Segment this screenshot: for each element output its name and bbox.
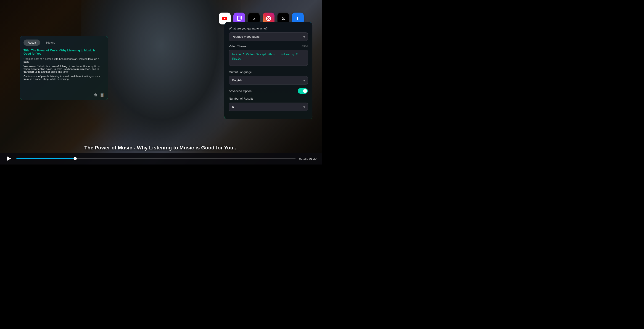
result-tab-row: Result History [24,40,104,46]
result-paragraph-1: Opening shot of a person with headphones… [24,58,104,63]
number-of-results-label: Number of Results [229,97,308,100]
tab-history[interactable]: History [42,40,60,46]
subtitle-bar: The Power of Music - Why Listening to Mu… [0,145,322,151]
content-type-select-wrapper: Youtube Video Ideas Video Script Blog Po… [229,33,308,41]
result-panel: Result History Title: The Power of Music… [20,36,108,100]
right-form-panel: What are you ganna to write? Youtube Vid… [224,22,313,120]
voiceover-label: Voiceover: [24,65,37,68]
output-language-label: Output Language [229,70,308,74]
progress-thumb[interactable] [74,157,77,160]
delete-button[interactable]: 🗑 [94,93,98,97]
advanced-option-label: Advanced Option [229,89,252,93]
copy-button[interactable]: 📋 [100,93,104,97]
progress-fill [16,158,75,159]
svg-point-1 [268,18,270,20]
language-select-wrapper: English Spanish French German [229,76,308,85]
panel-action-buttons: 🗑 📋 [94,93,104,97]
char-count: 0/200 [302,45,308,48]
result-paragraph-3: Cut to shots of people listening to musi… [24,75,104,80]
play-button[interactable] [6,155,13,162]
result-voiceover: Voiceover: "Music is a powerful thing. I… [24,65,104,73]
result-content-area[interactable]: Title: The Power of Music - Why Listenin… [24,49,104,95]
play-icon [7,157,11,161]
result-title: Title: The Power of Music - Why Listenin… [24,49,104,55]
advanced-option-row: Advanced Option [229,88,308,94]
language-select[interactable]: English Spanish French German [229,76,308,85]
progress-bar[interactable] [16,158,296,159]
subtitle-text: The Power of Music - Why Listening to Mu… [84,145,238,151]
theme-textarea[interactable]: Write A Video Script About Listening To … [229,50,308,66]
video-controls-bar: 00:16 / 01:20 [0,153,322,165]
tab-result[interactable]: Result [24,40,40,46]
form-title-label: What are you ganna to write? [229,27,308,30]
video-theme-label: Video Theme [229,45,246,48]
time-display: 00:16 / 01:20 [299,157,316,160]
advanced-option-toggle[interactable] [298,88,308,94]
results-count-select[interactable]: 1 2 3 4 5 10 [229,103,308,111]
theme-label-row: Video Theme 0/200 [229,45,308,48]
svg-point-2 [270,17,270,17]
results-count-select-wrapper: 1 2 3 4 5 10 [229,103,308,111]
content-type-select[interactable]: Youtube Video Ideas Video Script Blog Po… [229,33,308,41]
